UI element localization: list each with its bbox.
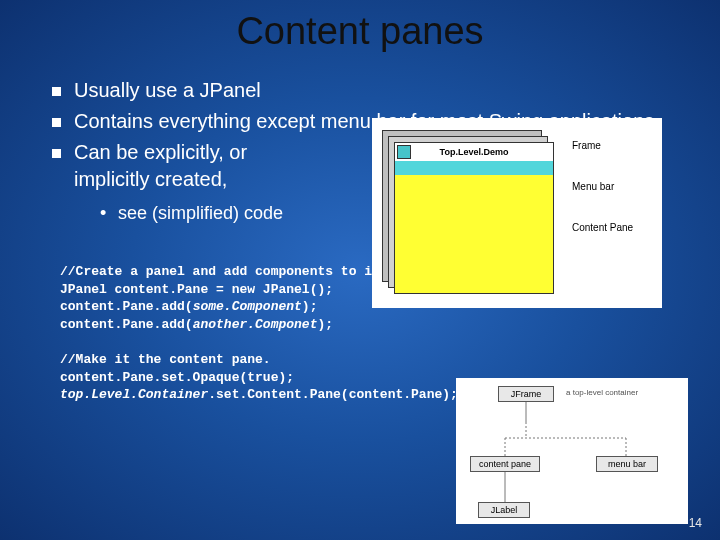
code-line: content.Pane.add( — [60, 299, 193, 314]
code-line: ); — [317, 317, 333, 332]
bullet-text: Usually use a JPanel — [74, 79, 261, 101]
figure-window-stack: Top.Level.Demo Frame Menu bar Content Pa… — [372, 118, 662, 308]
figure-stack: Top.Level.Demo — [382, 130, 562, 298]
figure-window-front: Top.Level.Demo — [394, 142, 554, 294]
bullet-text: Can be explicitly, or implicitly created… — [74, 141, 247, 190]
figure-node-jframe: JFrame — [498, 386, 554, 402]
figure-note: a top-level container — [566, 388, 638, 397]
figure-titlebar: Top.Level.Demo — [395, 143, 553, 162]
slide-title: Content panes — [0, 0, 720, 53]
slide: Content panes Usually use a JPanel Conta… — [0, 0, 720, 540]
figure-node-menubar: menu bar — [596, 456, 658, 472]
code-line: //Make it the content pane. — [60, 352, 271, 367]
figure-label-contentpane: Content Pane — [572, 222, 658, 233]
bullet-item: Usually use a JPanel — [52, 77, 680, 104]
code-italic: another.Componet — [193, 317, 318, 332]
code-line: content.Pane.set.Opaque(true); — [60, 370, 294, 385]
code-line: //Create a panel and add components to i… — [60, 264, 388, 279]
code-italic: top.Level.Container — [60, 387, 208, 402]
figure-labels: Frame Menu bar Content Pane — [572, 140, 658, 263]
system-menu-icon — [397, 145, 411, 159]
code-line: .set.Content.Pane(content.Pane); — [208, 387, 458, 402]
code-line: ); — [302, 299, 318, 314]
page-number: 14 — [689, 516, 702, 530]
figure-window-title: Top.Level.Demo — [440, 147, 509, 157]
figure-contentpane — [395, 175, 553, 293]
code-line: content.Pane.add( — [60, 317, 193, 332]
code-italic: some.Component — [193, 299, 302, 314]
figure-label-frame: Frame — [572, 140, 658, 151]
figure-menubar — [395, 161, 553, 175]
figure-node-contentpane: content pane — [470, 456, 540, 472]
figure-label-menubar: Menu bar — [572, 181, 658, 192]
sub-bullet-text: see (simplified) code — [118, 203, 283, 223]
figure-hierarchy: JFrame a top-level container content pan… — [456, 378, 688, 524]
figure-node-jlabel: JLabel — [478, 502, 530, 518]
code-line: JPanel content.Pane = new JPanel(); — [60, 282, 333, 297]
